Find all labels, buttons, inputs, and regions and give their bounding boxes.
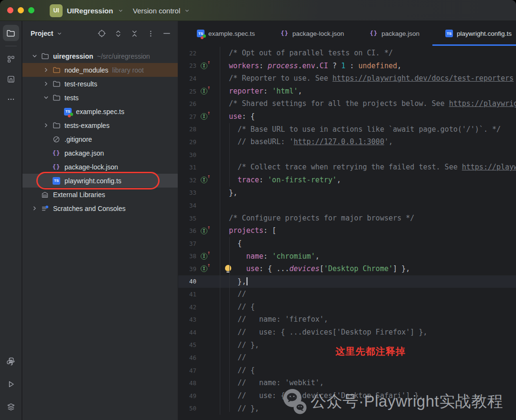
gutter	[198, 161, 220, 174]
services-icon[interactable]	[3, 399, 19, 415]
vcs-widget[interactable]: Version control	[133, 4, 190, 17]
line-number[interactable]: 36	[178, 227, 198, 234]
run-icon[interactable]	[3, 376, 19, 392]
line-number[interactable]: 29	[178, 138, 198, 146]
tree-item-uiregression[interactable]: uiregression~/src/uiregression	[22, 49, 178, 63]
zoom-button[interactable]	[28, 7, 34, 13]
tab-package-json[interactable]: {}package.json	[357, 21, 432, 46]
chevron-down-icon[interactable]	[29, 52, 40, 60]
collapse-all-icon[interactable]	[130, 29, 139, 38]
json-icon: {}	[281, 30, 289, 37]
tab-package-lock-json[interactable]: {}package-lock.json	[268, 21, 357, 46]
library-icon	[40, 191, 50, 199]
line-number[interactable]: 25	[178, 88, 198, 95]
line-number[interactable]: 22	[178, 50, 198, 57]
locate-icon[interactable]	[97, 29, 106, 38]
tree-item-playwright-config-ts[interactable]: TSplaywright.config.ts	[22, 174, 178, 188]
gutter: I↑	[198, 262, 220, 275]
tree-item-example-spec-ts[interactable]: TSexample.spec.ts	[22, 105, 178, 118]
gutter	[198, 402, 220, 415]
line-number[interactable]: 38	[178, 252, 198, 260]
code-text: /* Base URL to use in actions like `awai…	[220, 123, 516, 136]
folder-icon	[51, 80, 62, 88]
editor-tabs: TSexample.spec.ts{}package-lock.json{}pa…	[178, 21, 516, 46]
tab-playwright-config-ts[interactable]: TSplaywright.config.ts	[432, 21, 516, 46]
project-widget[interactable]: UI UIRegression	[50, 4, 124, 17]
commit-change-icon[interactable]: I↑	[201, 265, 207, 272]
line-number[interactable]: 45	[178, 341, 198, 348]
chevron-right-icon[interactable]	[41, 80, 51, 87]
gutter	[198, 351, 220, 364]
line-number[interactable]: 44	[178, 329, 198, 336]
more-icon[interactable]	[3, 91, 19, 107]
gutter	[198, 377, 220, 389]
commit-change-icon[interactable]: I↑	[201, 253, 207, 260]
tree-item-node-modules[interactable]: node_moduleslibrary root	[22, 63, 178, 77]
gutter	[198, 72, 220, 85]
line-number[interactable]: 48	[178, 379, 198, 387]
intention-bulb-icon[interactable]	[225, 265, 231, 271]
commit-change-icon[interactable]: I↑	[201, 228, 207, 234]
line-number[interactable]: 27	[178, 113, 198, 120]
commit-change-icon[interactable]: I↑	[201, 88, 207, 94]
chevron-right-icon[interactable]	[41, 66, 51, 74]
options-icon[interactable]	[146, 29, 155, 38]
line-number[interactable]: 42	[178, 304, 198, 311]
line-number[interactable]: 34	[178, 202, 198, 209]
line-number[interactable]: 24	[178, 75, 198, 82]
tree-item-package-json[interactable]: {}package.json	[22, 146, 178, 160]
project-folder-icon[interactable]	[3, 25, 19, 41]
expand-all-icon[interactable]	[114, 29, 122, 38]
line-number[interactable]: 28	[178, 126, 198, 133]
tree-item-tests[interactable]: tests	[22, 91, 178, 105]
tree-item-test-results[interactable]: test-results	[22, 77, 178, 91]
structure-icon[interactable]	[3, 51, 19, 67]
line-number[interactable]: 30	[178, 151, 198, 158]
commit-change-icon[interactable]: I↑	[201, 177, 207, 183]
tree-item-scratches-and-consoles[interactable]: Scratches and Consoles	[22, 201, 178, 215]
line-number[interactable]: 46	[178, 354, 198, 361]
tree-item-package-lock-json[interactable]: {}package-lock.json	[22, 160, 178, 174]
tab-example-spec-ts[interactable]: TSexample.spec.ts	[184, 21, 268, 46]
gutter	[198, 301, 220, 314]
tree-item-gitignore[interactable]: .gitignore	[22, 132, 178, 146]
gutter	[198, 313, 220, 326]
code-text: projects: [	[220, 224, 516, 237]
annotation-text: 这里先都注释掉	[335, 345, 406, 358]
line-number[interactable]: 33	[178, 189, 198, 196]
gutter: I↑	[198, 250, 220, 263]
line-number[interactable]: 35	[178, 215, 198, 222]
close-button[interactable]	[7, 7, 13, 13]
python-icon[interactable]	[3, 353, 19, 369]
line-number[interactable]: 39	[178, 265, 198, 273]
code-text: /* Configure projects for major browsers…	[220, 212, 516, 225]
code-text: // name: 'firefox',	[220, 313, 516, 326]
line-number[interactable]: 47	[178, 367, 198, 374]
tree-item-hint: library root	[112, 66, 144, 74]
chevron-right-icon[interactable]	[41, 122, 51, 129]
bookmarks-icon[interactable]	[3, 71, 19, 87]
commit-change-icon[interactable]: I↑	[201, 113, 207, 120]
line-number[interactable]: 31	[178, 164, 198, 171]
line-number[interactable]: 43	[178, 316, 198, 323]
tree-item-external-libraries[interactable]: External Libraries	[22, 188, 178, 201]
chevron-down-icon[interactable]	[41, 94, 51, 101]
code-editor[interactable]: 22 /* Opt out of parallel tests on CI. *…	[178, 46, 516, 420]
line-number[interactable]: 32	[178, 177, 198, 184]
line-number[interactable]: 23	[178, 62, 198, 69]
line-number[interactable]: 40	[178, 278, 198, 285]
line-number[interactable]: 37	[178, 240, 198, 247]
project-tree: uiregression~/src/uiregressionnode_modul…	[22, 46, 178, 215]
tree-item-tests-examples[interactable]: tests-examples	[22, 118, 178, 132]
line-number[interactable]: 49	[178, 392, 198, 399]
minimize-button[interactable]	[18, 7, 24, 13]
commit-change-icon[interactable]: I↑	[201, 63, 207, 69]
chevron-right-icon[interactable]	[29, 205, 40, 212]
gutter	[198, 339, 220, 352]
tab-label: playwright.config.ts	[457, 30, 512, 37]
hide-icon[interactable]	[162, 29, 171, 38]
project-panel-title[interactable]: Project	[31, 30, 53, 37]
line-number[interactable]: 50	[178, 405, 198, 412]
line-number[interactable]: 41	[178, 291, 198, 298]
line-number[interactable]: 26	[178, 100, 198, 107]
